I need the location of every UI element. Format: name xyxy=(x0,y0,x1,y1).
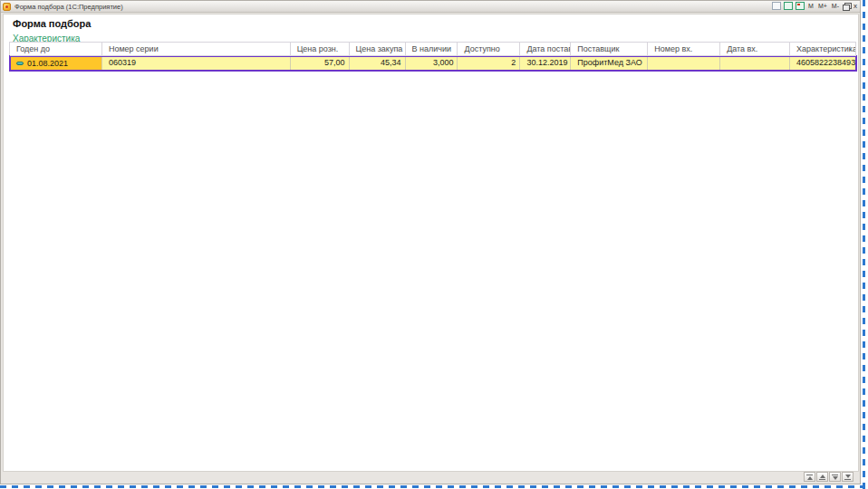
memory-plus-button[interactable]: М+ xyxy=(817,3,828,9)
table-header-row: Годен до Номер серии Цена розн. Цена зак… xyxy=(10,43,856,56)
scroll-up-button[interactable] xyxy=(816,472,828,482)
page-title: Форма подбора xyxy=(13,18,91,29)
app-window: Форма подбора (1С:Предприятие) М М+ М- х… xyxy=(0,0,861,484)
col-header-data-vh[interactable]: Дата вх. xyxy=(720,43,790,56)
col-header-goden-do[interactable]: Годен до xyxy=(10,43,102,56)
close-window-icon[interactable]: х xyxy=(854,3,857,10)
col-header-tsena-rozn[interactable]: Цена розн. xyxy=(291,43,350,56)
table-scroll-buttons xyxy=(804,472,854,482)
cell-dostupno[interactable]: 2 xyxy=(458,56,520,71)
window-titlebar[interactable]: Форма подбора (1С:Предприятие) М М+ М- х xyxy=(1,1,860,13)
col-header-nomer-serii[interactable]: Номер серии xyxy=(102,43,291,56)
col-header-v-nalichii[interactable]: В наличии xyxy=(406,43,458,56)
cell-nomer-serii[interactable]: 060319 xyxy=(102,56,291,71)
scroll-to-bottom-button[interactable] xyxy=(842,472,854,482)
col-header-postavshchik[interactable]: Поставщик xyxy=(571,43,648,56)
titlebar-controls: М М+ М- х xyxy=(772,2,857,10)
form-client-area: Форма подбора Характеристика Годен до Но… xyxy=(3,14,859,472)
col-header-nomer-vh[interactable]: Номер вх. xyxy=(648,43,720,56)
memory-minus-button[interactable]: М- xyxy=(831,3,840,9)
col-header-tsena-zakupa[interactable]: Цена закупа xyxy=(350,43,406,56)
table-row[interactable]: 01.08.2021 060319 57,00 45,34 3,000 2 30… xyxy=(10,56,856,71)
col-header-data-postavki[interactable]: Дата поставки xyxy=(520,43,571,56)
col-header-dostupno[interactable]: Доступно xyxy=(458,43,520,56)
restore-window-icon[interactable] xyxy=(843,3,851,10)
cell-nomer-vh[interactable] xyxy=(648,56,720,71)
cell-postavshchik[interactable]: ПрофитМед ЗАО xyxy=(571,56,648,71)
calculator-icon[interactable] xyxy=(796,2,805,10)
cell-data-vh[interactable] xyxy=(720,56,790,71)
memory-button[interactable]: М xyxy=(807,3,815,9)
cell-v-nalichii[interactable]: 3,000 xyxy=(406,56,458,71)
sort-descending-icon: ↓ xyxy=(848,44,852,53)
cell-harakteristika[interactable]: 4605822238493 xyxy=(790,56,856,71)
selection-marquee-bottom xyxy=(0,485,863,488)
window-title: Форма подбора (1С:Предприятие) xyxy=(14,3,123,11)
cell-data-postavki[interactable]: 30.12.2019 xyxy=(520,56,571,71)
scroll-down-button[interactable] xyxy=(829,472,841,482)
scroll-to-top-button[interactable] xyxy=(804,472,815,482)
selection-table: Годен до Номер серии Цена розн. Цена зак… xyxy=(9,42,856,71)
document-icon[interactable] xyxy=(772,2,781,10)
row-marker-icon xyxy=(16,62,24,65)
1c-app-icon xyxy=(3,3,11,11)
cell-tsena-zakupa[interactable]: 45,34 xyxy=(350,56,406,71)
screenshot-viewport: Форма подбора (1С:Предприятие) М М+ М- х… xyxy=(0,0,868,489)
calendar-icon[interactable] xyxy=(784,2,793,10)
cell-tsena-rozn[interactable]: 57,00 xyxy=(291,56,350,71)
col-header-harakteristika[interactable]: Характеристика ↓ xyxy=(790,43,856,56)
cell-goden-do[interactable]: 01.08.2021 xyxy=(10,56,102,71)
selection-marquee-right xyxy=(863,0,865,489)
